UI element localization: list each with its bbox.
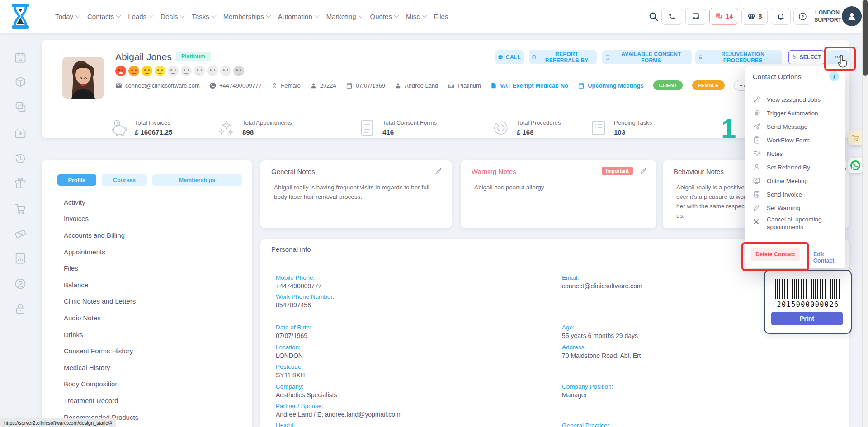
field-label-company[interactable]: Company:	[276, 383, 304, 390]
rail-history-icon[interactable]	[14, 152, 27, 165]
nav-misc[interactable]: Misc	[406, 13, 426, 20]
menu-consent-forms-history[interactable]: Consent Forms History	[42, 343, 252, 359]
rail-lock-icon[interactable]	[14, 303, 27, 315]
field-label-postcode[interactable]: Postcode:	[276, 363, 303, 370]
user-avatar[interactable]	[842, 6, 862, 26]
rail-copy-icon[interactable]	[14, 100, 27, 113]
rail-voucher-icon[interactable]	[14, 227, 27, 240]
label-female[interactable]: FEMALE	[692, 80, 724, 90]
menu-set-warning[interactable]: Set Warning	[745, 202, 845, 214]
satisfaction-emoji-1[interactable]	[115, 66, 126, 76]
satisfaction-emoji-8[interactable]	[207, 66, 218, 76]
menu-treatment-record[interactable]: Treatment Record	[42, 392, 252, 409]
satisfaction-emoji-4[interactable]	[155, 66, 165, 76]
menu-workflow-form[interactable]: WorkFlow Form	[745, 134, 845, 146]
tab-profile[interactable]: Profile	[57, 174, 96, 186]
scrollbar-thumb[interactable]	[863, 0, 868, 76]
field-label-height[interactable]: Height:	[276, 422, 295, 427]
satisfaction-emoji-5[interactable]	[168, 66, 179, 76]
rail-package-icon[interactable]	[14, 75, 27, 88]
menu-notes[interactable]: Notes	[745, 148, 845, 160]
cart-floater-button[interactable]	[848, 130, 863, 145]
rail-calendar-icon[interactable]: 12	[14, 51, 27, 64]
scrollbar-track[interactable]	[862, 0, 868, 427]
menu-trigger-automation[interactable]: Trigger Automation	[745, 107, 845, 119]
rail-cart-icon[interactable]	[14, 202, 27, 215]
menu-medical-history[interactable]: Medical History	[42, 359, 252, 376]
tab-courses[interactable]: Courses	[102, 174, 147, 186]
satisfaction-emoji-9[interactable]	[220, 66, 231, 76]
rail-gift-icon[interactable]	[14, 177, 27, 189]
field-label-age[interactable]: Age:	[562, 324, 575, 331]
contact-dob[interactable]: 07/07/1969	[346, 82, 385, 89]
report-referrals-button[interactable]: REPORT REFERRALS BY	[529, 50, 597, 64]
field-label-email[interactable]: Email:	[562, 274, 579, 281]
field-label-dob[interactable]: Date of Birth:	[276, 324, 311, 331]
rejuvenation-procedures-button[interactable]: REJUVENATION PROCEDURES	[695, 50, 782, 64]
field-label-location[interactable]: Location:	[276, 344, 301, 351]
messages-button[interactable]: 14	[709, 8, 738, 25]
edit-pencil-icon[interactable]	[640, 167, 647, 174]
field-label-general-practice[interactable]: General Practice:	[562, 422, 609, 427]
search-icon[interactable]	[648, 11, 659, 22]
contact-id[interactable]: 20224	[310, 82, 336, 89]
satisfaction-emoji-10[interactable]	[233, 66, 244, 76]
vat-exempt-link[interactable]: VAT Exempt Medical: No	[491, 82, 568, 89]
menu-send-message[interactable]: Send Message	[745, 121, 845, 132]
print-button[interactable]: Print	[771, 312, 843, 325]
rail-calendar-import-icon[interactable]	[14, 127, 27, 139]
field-label-address[interactable]: Address:	[562, 344, 586, 351]
menu-accounts-and-billing[interactable]: Accounts and Billing	[42, 227, 252, 244]
upcoming-meetings-link[interactable]: 12 Upcoming Meetings	[578, 82, 644, 89]
menu-invoices[interactable]: Invoices	[42, 211, 252, 227]
help-button[interactable]: ?	[793, 8, 811, 25]
nav-memberships[interactable]: Memberships	[223, 13, 270, 20]
more-options-button[interactable]: •••	[827, 50, 849, 64]
menu-send-invoice[interactable]: Send Invoice	[745, 188, 845, 200]
field-label-partner-spouse[interactable]: Partner / Spouse:	[276, 403, 323, 409]
satisfaction-emoji-2[interactable]	[128, 66, 139, 76]
call-button[interactable]: CALL	[495, 50, 524, 64]
nav-contacts[interactable]: Contacts	[87, 13, 120, 20]
clinicsoftware-logo[interactable]	[10, 3, 31, 29]
nav-tasks[interactable]: Tasks	[192, 13, 215, 20]
nav-files[interactable]: Files	[434, 13, 448, 20]
menu-activity[interactable]: Activity	[42, 194, 252, 211]
available-consent-forms-button[interactable]: AVAILABLE CONSENT FORMS	[602, 50, 692, 64]
nav-deals[interactable]: Deals	[160, 13, 184, 20]
notifications-button[interactable]	[771, 8, 791, 25]
nav-leads[interactable]: Leads	[128, 13, 153, 20]
nav-automation[interactable]: Automation	[278, 13, 319, 20]
menu-balance[interactable]: Balance	[42, 277, 252, 293]
menu-body-composition[interactable]: Body Composition	[42, 376, 252, 393]
menu-drinks[interactable]: Drinks	[42, 326, 252, 343]
rail-reports-icon[interactable]	[14, 252, 27, 265]
satisfaction-emoji-3[interactable]	[142, 66, 152, 76]
edit-pencil-icon[interactable]	[435, 167, 443, 174]
label-client[interactable]: CLIENT	[653, 80, 683, 90]
contact-email[interactable]: connect@clinicsoftware.com	[115, 82, 200, 89]
info-icon[interactable]: i	[829, 71, 839, 81]
menu-files[interactable]: Files	[42, 260, 252, 277]
whatsapp-floater-button[interactable]	[848, 158, 863, 173]
menu-audio-notes[interactable]: Audio Notes	[42, 310, 252, 326]
phone-calls-button[interactable]	[661, 8, 682, 25]
menu-view-assigned-jobs[interactable]: View assigned Jobs	[745, 94, 845, 105]
menu-cancel-appointments[interactable]: Cancel all upcoming appointments	[745, 216, 845, 234]
tab-memberships[interactable]: Memberships	[152, 174, 242, 186]
contact-gender[interactable]: Female	[271, 82, 300, 89]
field-label-company-position[interactable]: Company Position:	[562, 383, 613, 390]
contact-partner[interactable]: Andree Land	[395, 82, 438, 89]
satisfaction-emoji-6[interactable]	[181, 66, 192, 76]
nav-quotes[interactable]: Quotes	[370, 13, 398, 20]
contact-phone[interactable]: +447490009777	[209, 82, 262, 89]
field-label-mobile-phone[interactable]: Mobile Phone:	[276, 274, 315, 281]
select-button[interactable]: SELECT	[788, 50, 825, 64]
delete-contact-button[interactable]: Delete Contact	[751, 248, 800, 261]
inbox-button[interactable]	[685, 8, 706, 25]
contact-photo[interactable]	[62, 57, 104, 99]
menu-appointments[interactable]: Appointments	[42, 244, 252, 260]
shop-button[interactable]: 8	[741, 8, 768, 25]
menu-clinic-notes-and-letters[interactable]: Clinic Notes and Letters	[42, 293, 252, 310]
menu-set-referred-by[interactable]: Set Referred By	[745, 161, 845, 173]
